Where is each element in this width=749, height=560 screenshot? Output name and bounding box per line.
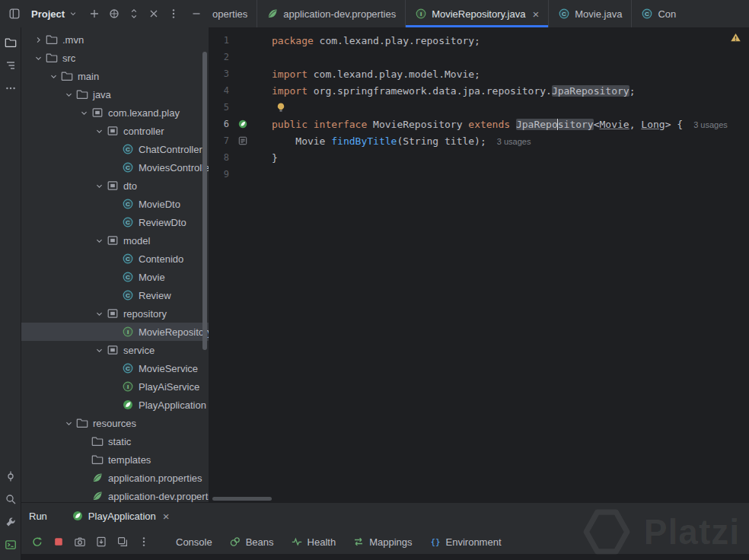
chevron-down-icon[interactable] [47,70,60,82]
tree-item-static[interactable]: static [21,432,209,450]
tree-item-movierepository[interactable]: IMovieRepository [21,323,209,341]
run-tab-mappings[interactable]: Mappings [344,530,420,553]
tree-item-reviewdto[interactable]: CReviewDto [21,213,209,231]
chevron-right-icon[interactable] [32,33,45,46]
chevron-down-icon[interactable] [93,344,106,356]
tree-item-application-dev-properties[interactable]: application-dev.properties [21,487,209,502]
stack-icon[interactable] [113,533,132,551]
code-line[interactable]: 9 [209,166,749,183]
line-number[interactable]: 7 [209,135,229,146]
import-icon[interactable] [91,533,111,551]
rerun-icon[interactable] [27,533,47,551]
tree-item-resources[interactable]: resources [21,414,209,432]
tree-item-service[interactable]: service [21,341,209,359]
code-line[interactable]: 1package com.lexand.play.repository; [209,32,749,49]
tree-item-playaiservice[interactable]: IPlayAiService [21,377,209,396]
tree-item-moviedto[interactable]: CMovieDto [21,195,209,213]
editor-tab-movierepository-java[interactable]: IMovieRepository.java× [405,0,548,27]
query-method-gutter-icon[interactable] [235,135,250,146]
line-number[interactable]: 9 [209,169,229,180]
line-number[interactable]: 6 [209,119,229,129]
editor-hscrollbar[interactable] [209,495,749,502]
code-line[interactable]: 5 [209,99,749,116]
tree-item-chatcontroller[interactable]: CChatController [21,140,209,158]
chevron-down-icon[interactable] [78,107,91,119]
line-number[interactable]: 5 [209,102,229,113]
tree-scrollbar[interactable] [202,52,207,350]
line-number[interactable]: 8 [209,152,229,163]
chevron-down-icon[interactable] [62,417,75,429]
chevron-down-icon[interactable] [93,180,106,192]
tree-item-application-properties[interactable]: application.properties [21,469,209,487]
tree-item-movieservice[interactable]: CMovieService [21,359,209,377]
tree-item-src[interactable]: src [21,49,209,67]
chevron-down-icon[interactable] [62,88,75,100]
hide-panel-icon[interactable] [186,4,206,24]
tree-item-java[interactable]: java [21,85,209,103]
tree-item-model[interactable]: model [21,231,209,250]
tree-item-moviescontroller[interactable]: CMoviesController [21,158,209,177]
tree-item-dto[interactable]: dto [21,177,209,195]
more-icon[interactable] [164,4,183,24]
close-icon[interactable]: × [163,511,170,522]
code-line[interactable]: 2 [209,49,749,65]
close-icon[interactable] [144,4,164,24]
code-line[interactable]: 8} [209,149,749,166]
search-icon[interactable] [2,490,20,508]
editor-tab-movie-java[interactable]: CMovie.java [548,0,631,27]
stop-icon[interactable] [49,533,69,551]
line-number[interactable]: 1 [209,35,229,46]
editor-tab-application-dev-properties[interactable]: application-dev.properties [257,0,405,27]
run-tab-environment[interactable]: {}Environment [421,530,510,553]
chevron-down-icon[interactable] [93,125,106,137]
code-line[interactable]: 7 Movie findByTitle(String title);3 usag… [209,132,749,149]
tree-item-templates[interactable]: templates [21,450,209,469]
target-icon[interactable] [104,4,124,24]
editor-tab-con[interactable]: CCon [631,0,685,27]
run-tab-beans[interactable]: Beans [221,530,282,553]
tree-item-contenido[interactable]: CContenido [21,250,209,268]
camera-icon[interactable] [70,533,90,551]
tree-item-review[interactable]: CReview [21,286,209,304]
code-line[interactable]: 6public interface MovieRepository extend… [209,116,749,132]
inspections-warning-icon[interactable] [730,32,741,43]
class-icon: C [121,271,135,283]
code-line[interactable]: 4import org.springframework.data.jpa.rep… [209,82,749,99]
hscrollbar-thumb[interactable] [212,497,272,501]
tree-item-repository[interactable]: repository [21,304,209,323]
commit-icon[interactable] [2,467,20,485]
tree-item-com-lexand-play[interactable]: com.lexand.play [21,103,209,122]
more-icon[interactable] [134,533,154,551]
build-icon[interactable] [2,513,20,531]
chevron-down-icon[interactable] [32,52,45,64]
line-number[interactable]: 3 [209,68,229,79]
project-selector[interactable]: Project [26,4,83,24]
updown-icon[interactable] [124,4,144,24]
usages-inlay-hint[interactable]: 3 usages [693,120,728,129]
usages-inlay-hint[interactable]: 3 usages [497,137,531,146]
tree-item-movie[interactable]: CMovie [21,268,209,286]
project-folder-icon[interactable] [2,33,20,52]
tree-item-controller[interactable]: controller [21,122,209,140]
tree-item-mvn[interactable]: .mvn [21,30,209,49]
code-line[interactable]: 3import com.lexand.play.model.Movie; [209,65,749,82]
tree-item-playapplication[interactable]: PlayApplication [21,396,209,414]
close-icon[interactable]: × [532,8,539,20]
line-number[interactable]: 4 [209,85,229,96]
chevron-down-icon[interactable] [93,307,106,320]
editor-tab-operties[interactable]: operties [209,0,257,27]
code-editor[interactable]: 1package com.lexand.play.repository;23im… [209,27,749,502]
more-dots-icon[interactable] [2,79,20,97]
terminal-icon[interactable] [2,536,20,554]
main-menu-icon[interactable] [5,4,24,24]
intention-bulb-icon[interactable] [275,101,287,113]
spring-bean-gutter-icon[interactable] [235,119,250,129]
structure-icon[interactable] [2,56,20,75]
run-tab-health[interactable]: Health [282,530,345,553]
add-icon[interactable] [84,4,104,24]
chevron-down-icon[interactable] [93,234,106,247]
tree-item-main[interactable]: main [21,67,209,85]
run-config-tab[interactable]: PlayApplication × [72,510,170,522]
run-tab-console[interactable]: Console [167,530,221,553]
line-number[interactable]: 2 [209,52,229,62]
